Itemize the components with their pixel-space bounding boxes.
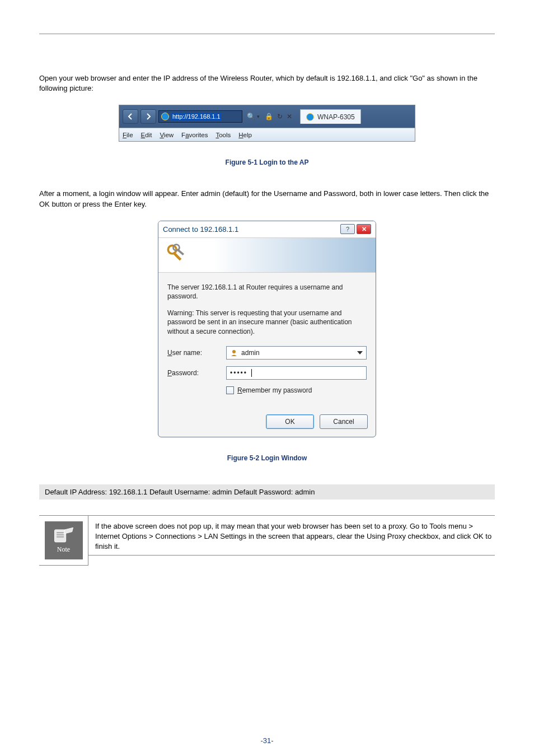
menu-file[interactable]: File bbox=[123, 132, 133, 138]
refresh-icon[interactable]: ↻ bbox=[277, 113, 283, 120]
menu-view[interactable]: View bbox=[160, 132, 174, 138]
menu-tools[interactable]: Tools bbox=[216, 132, 231, 138]
cancel-button[interactable]: Cancel bbox=[320, 414, 368, 429]
svg-rect-3 bbox=[176, 249, 184, 255]
help-button[interactable]: ? bbox=[340, 224, 355, 234]
figure-1-caption: Figure 5-1 Login to the AP bbox=[39, 158, 495, 166]
url-text: http://192.168.1.1 bbox=[171, 113, 222, 120]
note-icon: Note bbox=[45, 521, 83, 559]
keys-icon bbox=[164, 241, 189, 268]
note-block: Note If the above screen does not pop up… bbox=[39, 515, 495, 566]
close-button[interactable]: ✕ bbox=[357, 224, 371, 234]
back-button[interactable] bbox=[123, 109, 138, 124]
auth-warning-text: Warning: This server is requesting that … bbox=[167, 309, 367, 336]
figure-browser-bar: http://192.168.1.1 🔍 ▾ 🔒 ↻ ✕ WNAP-6305 F… bbox=[39, 105, 495, 142]
ie-icon bbox=[306, 113, 314, 121]
address-bar[interactable]: http://192.168.1.1 bbox=[158, 110, 242, 123]
figure-login-dialog: Connect to 192.168.1.1 ? ✕ The ser bbox=[39, 221, 495, 437]
defaults-highlight: Default IP Address: 192.168.1.1 Default … bbox=[39, 484, 495, 500]
intro-paragraph-1: Open your web browser and enter the IP a… bbox=[39, 73, 495, 94]
ok-button[interactable]: OK bbox=[266, 414, 314, 429]
tab-title: WNAP-6305 bbox=[317, 113, 355, 121]
browser-tab[interactable]: WNAP-6305 bbox=[300, 109, 361, 124]
search-icon[interactable]: 🔍 bbox=[247, 113, 255, 120]
password-field[interactable]: ••••• bbox=[226, 366, 367, 380]
user-icon bbox=[230, 349, 238, 357]
password-value: ••••• bbox=[230, 369, 247, 377]
auth-prompt-text: The server 192.168.1.1 at Router require… bbox=[167, 283, 367, 301]
menu-help[interactable]: Help bbox=[238, 132, 252, 138]
forward-button[interactable] bbox=[140, 109, 156, 124]
remember-checkbox[interactable] bbox=[226, 386, 234, 394]
menu-favorites[interactable]: Favorites bbox=[181, 132, 208, 138]
toolbar-icons: 🔍 ▾ 🔒 ↻ ✕ bbox=[247, 113, 292, 120]
username-field[interactable]: admin bbox=[226, 346, 367, 360]
intro-paragraph-2: After a moment, a login window will appe… bbox=[39, 189, 495, 209]
lock-icon: 🔒 bbox=[265, 113, 273, 120]
text-cursor bbox=[251, 369, 252, 377]
ie-icon bbox=[161, 113, 169, 120]
note-text: If the above screen does not pop up, it … bbox=[88, 516, 495, 556]
browser-menu-bar: File Edit View Favorites Tools Help bbox=[119, 128, 415, 141]
chevron-down-icon[interactable] bbox=[357, 351, 363, 354]
svg-point-4 bbox=[232, 350, 236, 353]
menu-edit[interactable]: Edit bbox=[141, 132, 152, 138]
note-label: Note bbox=[57, 545, 70, 554]
username-label: User name: bbox=[167, 349, 226, 357]
page-number: -31- bbox=[0, 736, 534, 745]
username-value: admin bbox=[241, 349, 260, 357]
remember-label: Remember my password bbox=[237, 386, 312, 394]
dialog-title: Connect to 192.168.1.1 bbox=[163, 225, 238, 234]
close-icon[interactable]: ✕ bbox=[287, 113, 292, 120]
figure-2-caption: Figure 5-2 Login Window bbox=[39, 454, 495, 462]
password-label: Password: bbox=[167, 369, 226, 377]
